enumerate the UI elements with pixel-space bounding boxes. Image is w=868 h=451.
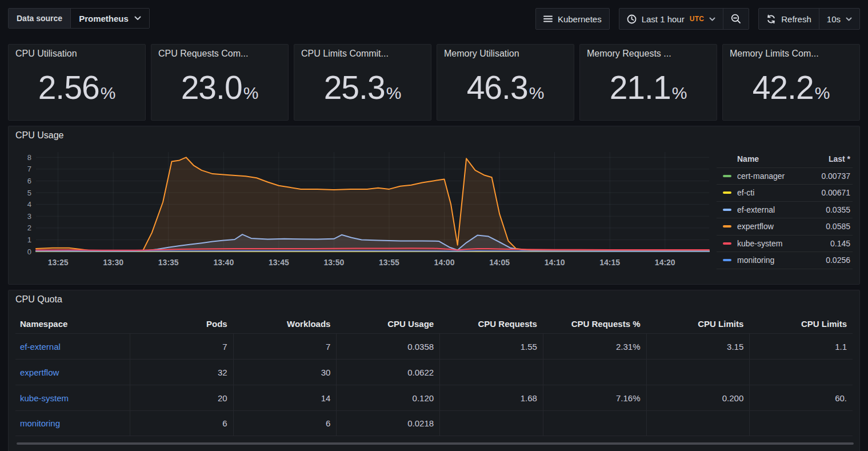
col-header[interactable]: CPU Limits bbox=[646, 314, 750, 333]
horizontal-scrollbar[interactable] bbox=[17, 442, 854, 445]
series-name[interactable]: kube-system bbox=[737, 239, 830, 248]
dashboard-toolbar: Data source Prometheus Kubernetes Last 1… bbox=[8, 8, 860, 30]
table-row: monitoring 6 6 0.0218 bbox=[15, 410, 853, 436]
series-name[interactable]: expertflow bbox=[737, 222, 826, 231]
legend-item[interactable]: cert-manager 0.00737 bbox=[717, 168, 853, 185]
svg-text:14:20: 14:20 bbox=[655, 258, 675, 267]
cell-cpu-limits bbox=[646, 411, 750, 436]
chevron-down-icon bbox=[709, 17, 715, 21]
stat-panel: CPU Limits Commit... 25.3 % bbox=[294, 44, 431, 121]
series-name[interactable]: ef-cti bbox=[737, 188, 821, 197]
svg-text:6: 6 bbox=[27, 177, 31, 185]
col-header[interactable]: Pods bbox=[130, 314, 233, 333]
svg-text:13:50: 13:50 bbox=[324, 258, 345, 267]
svg-text:7: 7 bbox=[27, 165, 31, 173]
cpu-usage-chart[interactable]: 01234567813:2513:3013:3513:4013:4513:501… bbox=[15, 149, 717, 272]
timezone-badge: UTC bbox=[690, 15, 705, 23]
cell-cpu-limits-pct bbox=[749, 360, 853, 385]
series-color-swatch bbox=[723, 242, 731, 245]
legend-item[interactable]: kube-system 0.145 bbox=[717, 236, 853, 253]
stat-unit: % bbox=[243, 83, 259, 103]
stat-panel: Memory Limits Com... 42.2 % bbox=[722, 44, 860, 121]
cell-cpu-requests: 1.55 bbox=[439, 334, 543, 359]
refresh-interval-value: 10s bbox=[827, 14, 841, 24]
datasource-label: Data source bbox=[9, 9, 71, 28]
stat-panel: CPU Utilisation 2.56 % bbox=[8, 44, 146, 121]
stat-panel-title: Memory Requests ... bbox=[587, 49, 710, 59]
hamburger-menu-icon bbox=[543, 15, 553, 22]
stat-value: 2.56 bbox=[38, 69, 99, 106]
namespace-link[interactable]: kube-system bbox=[20, 393, 69, 403]
col-header[interactable]: CPU Requests bbox=[439, 314, 543, 333]
cell-cpu-requests: 1.68 bbox=[439, 385, 543, 410]
table-row: expertflow 32 30 0.0622 bbox=[15, 359, 853, 385]
table-row: ef-external 7 7 0.0358 1.55 2.31% 3.15 1… bbox=[15, 333, 853, 359]
cpu-quota-panel: CPU Quota Namespace Pods Workloads CPU U… bbox=[8, 290, 860, 451]
stat-unit: % bbox=[386, 83, 402, 103]
dashboard-menu-button[interactable]: Kubernetes bbox=[536, 9, 609, 29]
cpu-quota-panel-title[interactable]: CPU Quota bbox=[15, 294, 853, 305]
stat-value: 23.0 bbox=[181, 69, 242, 106]
legend-item[interactable]: ef-cti 0.00671 bbox=[717, 185, 853, 202]
legend-last-header[interactable]: Last * bbox=[829, 154, 853, 163]
cpu-usage-legend: Name Last * cert-manager 0.00737 ef-cti … bbox=[717, 151, 853, 272]
chevron-down-icon bbox=[846, 17, 852, 21]
namespace-link[interactable]: ef-external bbox=[20, 342, 61, 352]
col-header[interactable]: CPU Limits bbox=[749, 314, 853, 333]
col-header[interactable]: Workloads bbox=[233, 314, 337, 333]
svg-text:13:40: 13:40 bbox=[213, 258, 234, 267]
refresh-button[interactable]: Refresh bbox=[759, 9, 819, 29]
datasource-value-dropdown[interactable]: Prometheus bbox=[71, 9, 149, 28]
clock-icon bbox=[627, 14, 637, 24]
legend-name-header[interactable]: Name bbox=[717, 154, 829, 163]
chevron-down-icon bbox=[134, 16, 141, 21]
time-range-picker[interactable]: Last 1 hour UTC bbox=[619, 9, 723, 29]
zoom-out-time-button[interactable] bbox=[723, 9, 749, 29]
series-last-value: 0.0355 bbox=[826, 205, 853, 214]
namespace-link[interactable]: monitoring bbox=[20, 418, 60, 428]
col-header[interactable]: CPU Requests % bbox=[543, 314, 646, 333]
cell-pods: 7 bbox=[130, 334, 233, 359]
magnifier-minus-icon bbox=[731, 14, 741, 24]
table-row: kube-system 20 14 0.120 1.68 7.16% 0.200… bbox=[15, 385, 853, 410]
svg-text:13:30: 13:30 bbox=[103, 258, 123, 267]
stat-panel-title: Memory Utilisation bbox=[444, 49, 567, 59]
svg-text:13:35: 13:35 bbox=[158, 258, 179, 267]
cpu-usage-panel-title[interactable]: CPU Usage bbox=[15, 130, 853, 141]
svg-text:0: 0 bbox=[27, 248, 31, 256]
legend-item[interactable]: ef-external 0.0355 bbox=[717, 202, 853, 219]
series-name[interactable]: monitoring bbox=[737, 256, 826, 265]
refresh-icon bbox=[766, 14, 776, 24]
cell-cpu-usage: 0.0358 bbox=[336, 334, 439, 359]
svg-text:5: 5 bbox=[27, 189, 31, 197]
cell-cpu-requests-pct: 2.31% bbox=[543, 334, 646, 359]
col-header[interactable]: CPU Usage bbox=[336, 314, 439, 333]
col-header[interactable]: Namespace bbox=[15, 314, 130, 333]
cell-cpu-requests-pct bbox=[543, 360, 646, 385]
namespace-link[interactable]: expertflow bbox=[20, 368, 59, 377]
series-last-value: 0.145 bbox=[830, 239, 853, 248]
stat-unit: % bbox=[101, 83, 116, 103]
cell-pods: 32 bbox=[130, 360, 233, 385]
cell-cpu-limits: 0.200 bbox=[646, 385, 750, 410]
svg-text:2: 2 bbox=[27, 223, 31, 232]
legend-item[interactable]: expertflow 0.0585 bbox=[717, 218, 853, 236]
datasource-picker[interactable]: Data source Prometheus bbox=[8, 8, 150, 29]
stat-value: 21.1 bbox=[610, 69, 671, 106]
series-name[interactable]: cert-manager bbox=[737, 171, 821, 181]
series-last-value: 0.00671 bbox=[821, 188, 853, 197]
cell-cpu-limits: 3.15 bbox=[646, 334, 750, 359]
svg-text:13:45: 13:45 bbox=[269, 258, 289, 267]
svg-text:13:55: 13:55 bbox=[379, 258, 399, 267]
series-name[interactable]: ef-external bbox=[737, 205, 826, 214]
legend-item[interactable]: monitoring 0.0256 bbox=[717, 252, 853, 269]
refresh-interval-dropdown[interactable]: 10s bbox=[819, 9, 859, 29]
stat-panel-title: CPU Requests Com... bbox=[158, 49, 281, 59]
stat-unit: % bbox=[672, 83, 687, 103]
cell-cpu-limits bbox=[646, 360, 750, 385]
refresh-label: Refresh bbox=[781, 14, 811, 24]
dashboard-name: Kubernetes bbox=[558, 14, 602, 24]
stat-panel-title: Memory Limits Com... bbox=[730, 49, 853, 59]
series-color-swatch bbox=[723, 225, 731, 228]
cell-pods: 20 bbox=[130, 385, 233, 410]
